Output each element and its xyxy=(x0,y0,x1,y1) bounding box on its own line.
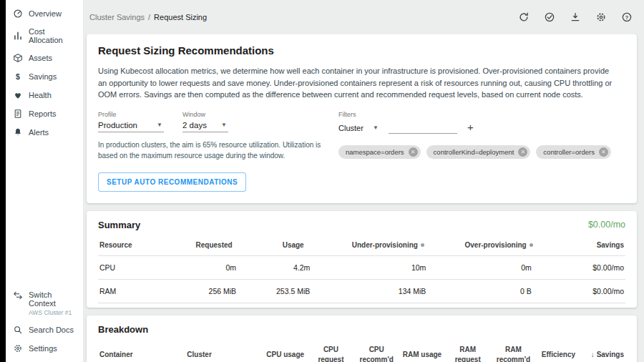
sidebar-item-assets[interactable]: Assets xyxy=(6,49,83,67)
col-ram-usage[interactable]: RAM usage xyxy=(399,338,445,362)
sidebar-item-savings[interactable]: $ Savings xyxy=(6,67,83,86)
cell-resource: RAM xyxy=(98,280,172,303)
sidebar-item-label: Settings xyxy=(29,344,57,353)
col-cpu-recommended[interactable]: CPU recomm'd xyxy=(353,338,399,362)
dollar-icon: $ xyxy=(13,72,23,82)
col-over-label: Over-provisioning xyxy=(465,241,527,249)
col-usage: Usage xyxy=(256,233,330,256)
summary-title: Summary xyxy=(98,220,140,230)
profile-value: Production xyxy=(98,121,137,129)
breadcrumb-parent-link[interactable]: Cluster Savings xyxy=(89,13,145,21)
col-resource: Resource xyxy=(98,233,172,256)
help-icon[interactable]: ? xyxy=(621,11,633,23)
filter-type-select[interactable]: Cluster ▼ xyxy=(338,123,380,134)
total-savings-value: $0.00/mo xyxy=(588,220,625,230)
filter-chip[interactable]: controllerKind=deployment ✕ xyxy=(426,145,531,159)
filters-label: Filters xyxy=(338,111,625,118)
sidebar-item-switch-context[interactable]: Switch Context AWS Cluster #1 xyxy=(6,286,83,321)
cell-savings: $0.00/mo xyxy=(552,280,625,303)
col-container[interactable]: Container xyxy=(98,338,185,362)
col-ram-recommended[interactable]: RAM recomm'd xyxy=(491,338,537,362)
request-sizing-card: Request Sizing Recommendations Using Kub… xyxy=(87,34,637,203)
profile-label: Profile xyxy=(98,111,164,118)
col-over-provisioning: Over-provisioning xyxy=(446,233,551,256)
cell-savings: $0.00/mo xyxy=(552,256,625,280)
sidebar-item-reports[interactable]: Reports xyxy=(6,104,83,123)
breakdown-table: Container Cluster CPU usage CPU request … xyxy=(98,338,625,362)
col-ram-request[interactable]: RAM request xyxy=(445,338,491,362)
check-circle-icon[interactable] xyxy=(544,11,555,23)
sidebar-item-label: Reports xyxy=(29,109,57,118)
breadcrumb-separator: / xyxy=(148,13,150,21)
summary-row-ram: RAM 256 MiB 253.5 MiB 134 MiB 0 B $0.00/… xyxy=(98,280,625,303)
col-cpu-request[interactable]: CPU request xyxy=(308,338,354,362)
col-savings-sortable[interactable]: ↓Savings xyxy=(581,338,625,362)
sidebar-item-health[interactable]: Health xyxy=(6,86,83,104)
overview-icon xyxy=(13,9,23,19)
page-title: Request Sizing Recommendations xyxy=(98,44,625,57)
add-filter-button[interactable]: + xyxy=(466,122,475,134)
main-area: Cluster Savings / Request Sizing ? xyxy=(84,0,644,362)
cell-over: 0m xyxy=(446,256,551,280)
sort-desc-icon: ↓ xyxy=(591,351,595,358)
sidebar-item-label: Overview xyxy=(29,9,62,18)
sidebar-item-label: Cost Allocation xyxy=(29,27,76,44)
settings-gear-icon[interactable] xyxy=(595,11,607,23)
cell-usage: 4.2m xyxy=(256,256,330,280)
chevron-down-icon: ▼ xyxy=(157,122,162,128)
sidebar-item-settings[interactable]: Settings xyxy=(6,339,83,358)
remove-chip-icon[interactable]: ✕ xyxy=(518,147,527,157)
assets-icon xyxy=(13,53,23,63)
summary-header-row: Resource Requested Usage Under-provision… xyxy=(98,233,625,256)
sidebar-item-overview[interactable]: Overview xyxy=(6,4,83,23)
chevron-down-icon: ▼ xyxy=(373,124,379,131)
profile-select[interactable]: Production ▼ xyxy=(98,120,164,132)
filter-chip[interactable]: controller=orders ✕ xyxy=(536,145,611,159)
col-efficiency[interactable]: Efficiency xyxy=(536,338,580,362)
breakdown-card: Breakdown Container Cluster CPU usage CP… xyxy=(87,315,637,362)
cell-requested: 0m xyxy=(172,256,256,280)
sidebar-item-cost-allocation[interactable]: Cost Allocation xyxy=(6,23,83,49)
setup-auto-recommendations-button[interactable]: SETUP AUTO RECOMMENDATIONS xyxy=(98,172,246,192)
filters-column: Filters Cluster ▼ + namespace=orders xyxy=(338,111,625,192)
bell-icon xyxy=(13,127,23,137)
col-cpu-usage[interactable]: CPU usage xyxy=(263,338,308,362)
profile-select-field: Profile Production ▼ xyxy=(98,111,164,132)
switch-context-text: Switch Context AWS Cluster #1 xyxy=(29,290,76,316)
filter-type-value: Cluster xyxy=(338,124,364,132)
cell-resource: CPU xyxy=(98,256,172,280)
window-label: Window xyxy=(182,111,228,118)
breadcrumb: Cluster Savings / Request Sizing xyxy=(89,13,207,21)
breakdown-header-row: Container Cluster CPU usage CPU request … xyxy=(98,338,625,362)
document-icon xyxy=(13,109,23,119)
profile-window-column: Profile Production ▼ Window 2 days xyxy=(98,111,326,192)
filter-chip[interactable]: namespace=orders ✕ xyxy=(338,145,421,159)
info-dot-icon[interactable] xyxy=(421,243,424,247)
sidebar-item-label: Assets xyxy=(29,54,52,62)
bar-chart-icon xyxy=(13,31,23,41)
filter-value-input[interactable] xyxy=(389,121,457,134)
svg-text:?: ? xyxy=(625,14,629,21)
sidebar: Overview Cost Allocation Assets $ Saving… xyxy=(6,0,84,362)
filter-chip-label: controllerKind=deployment xyxy=(434,148,514,156)
remove-chip-icon[interactable]: ✕ xyxy=(599,147,608,157)
remove-chip-icon[interactable]: ✕ xyxy=(409,147,418,157)
sidebar-item-alerts[interactable]: Alerts xyxy=(6,123,83,142)
window-value: 2 days xyxy=(182,121,207,129)
col-under-provisioning: Under-provisioning xyxy=(330,233,446,256)
sidebar-item-label: Savings xyxy=(29,72,57,81)
topbar: Cluster Savings / Request Sizing ? xyxy=(84,0,644,34)
filter-chip-label: controller=orders xyxy=(543,148,595,156)
refresh-icon[interactable] xyxy=(518,11,530,23)
cell-over: 0 B xyxy=(446,280,551,303)
window-select[interactable]: 2 days ▼ xyxy=(182,120,228,132)
col-cluster[interactable]: Cluster xyxy=(185,338,263,362)
gear-icon xyxy=(13,343,23,353)
topbar-actions: ? xyxy=(518,11,633,23)
col-requested: Requested xyxy=(172,233,256,256)
sidebar-item-search-docs[interactable]: Search Docs xyxy=(6,321,83,339)
info-dot-icon[interactable] xyxy=(530,243,533,247)
window-select-field: Window 2 days ▼ xyxy=(182,111,228,132)
filter-chip-label: namespace=orders xyxy=(346,148,404,156)
download-icon[interactable] xyxy=(570,11,581,23)
